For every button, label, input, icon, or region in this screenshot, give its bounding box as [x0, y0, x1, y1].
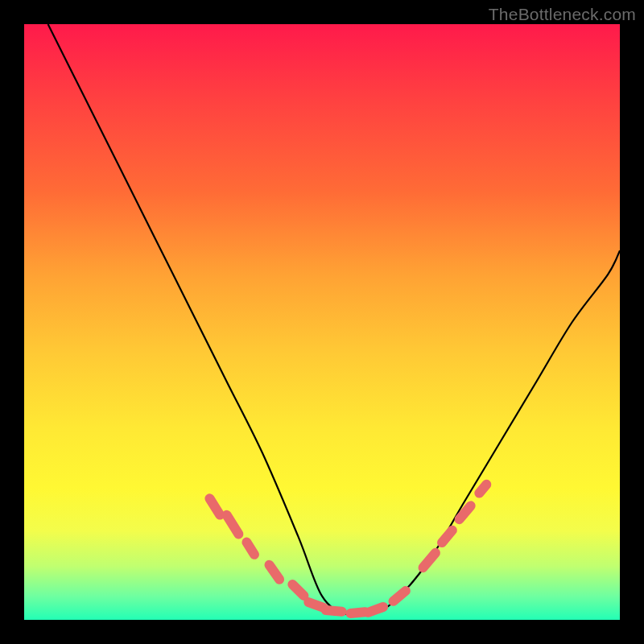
curve-marker: [442, 530, 452, 543]
curve-marker: [308, 602, 324, 608]
curve-marker: [423, 553, 435, 568]
curve-layer: [48, 24, 620, 616]
curve-marker: [246, 543, 254, 555]
curve-marker: [368, 607, 383, 613]
chart-plot-area: [24, 24, 620, 620]
curve-marker: [269, 565, 279, 580]
curve-marker: [394, 591, 406, 601]
chart-svg: [24, 24, 620, 620]
watermark-text: TheBottleneck.com: [489, 5, 636, 24]
curve-marker: [326, 610, 342, 612]
curve-marker: [209, 498, 220, 514]
curve-marker: [479, 485, 486, 493]
marker-layer: [209, 485, 486, 613]
curve-marker: [227, 515, 239, 535]
curve-marker: [350, 612, 365, 613]
bottleneck-curve-line: [48, 24, 620, 616]
curve-marker: [292, 584, 303, 596]
